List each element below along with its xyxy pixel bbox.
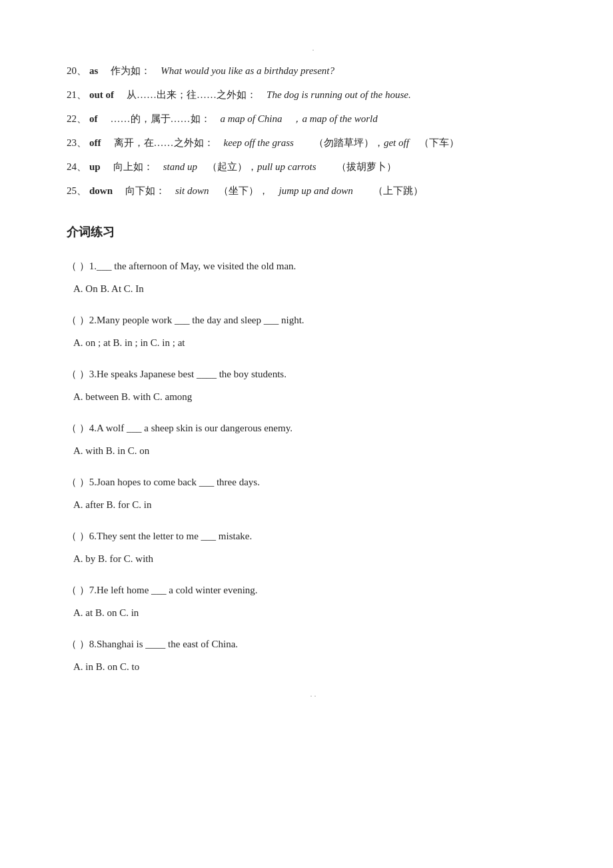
vocab-num-23: 23、: [67, 137, 87, 148]
vocab-example-21: The dog is running out of the house.: [267, 89, 411, 100]
question-block-7: （ ）7.He left home ___ a cold winter even…: [67, 581, 560, 623]
vocab-example-25a: sit down: [175, 185, 209, 196]
vocab-item-23: 23、off 离开，在……之外如： keep off the grass （勿踏…: [67, 133, 560, 153]
page-dot-bottom: · ·: [67, 689, 560, 704]
vocab-num-24: 24、: [67, 161, 87, 172]
question-block-5: （ ）5.Joan hopes to come back ___ three d…: [67, 473, 560, 515]
question-block-6: （ ）6.They sent the letter to me ___ mist…: [67, 527, 560, 569]
vocab-key-22: of: [89, 113, 98, 124]
vocab-example-20: What would you like as a birthday presen…: [161, 65, 334, 76]
question-block-1: （ ）1.___ the afternoon of May, we visite…: [67, 257, 560, 299]
vocab-item-21: 21、out of 从……出来；往……之外如： The dog is runni…: [67, 85, 560, 105]
vocab-num-25: 25、: [67, 185, 87, 196]
vocab-key-24: up: [89, 161, 101, 172]
vocab-item-22: 22、of ……的，属于……如： a map of China ，a map o…: [67, 109, 560, 129]
vocab-example-24b: pull up carrots: [257, 161, 316, 172]
vocab-example-23b: get off: [384, 137, 409, 148]
vocab-cn-20: 作为如：: [101, 65, 161, 76]
question-text-2: （ ）2.Many people work ___ the day and sl…: [67, 311, 560, 330]
vocab-num-21: 21、: [67, 89, 87, 100]
vocab-cn-23: 离开，在……之外如：: [104, 137, 224, 148]
question-options-5: A. after B. for C. in: [73, 495, 560, 515]
question-options-3: A. between B. with C. among: [73, 387, 560, 407]
question-text-6: （ ）6.They sent the letter to me ___ mist…: [67, 527, 560, 546]
vocab-example-22: a map of China ，a map of the world: [221, 113, 378, 124]
vocab-example-25b: jump up and down: [279, 185, 352, 196]
question-options-4: A. with B. in C. on: [73, 441, 560, 461]
vocab-example-24a: stand up: [163, 161, 197, 172]
question-options-1: A. On B. At C. In: [73, 279, 560, 299]
question-options-7: A. at B. on C. in: [73, 603, 560, 623]
question-block-8: （ ）8.Shanghai is ____ the east of China.…: [67, 635, 560, 677]
vocab-cn-23c: （下车）: [409, 137, 459, 148]
vocab-item-25: 25、down 向下如： sit down （坐下）， jump up and …: [67, 181, 560, 201]
vocab-cn-22: ……的，属于……如：: [101, 113, 221, 124]
vocab-cn-25: 向下如：: [115, 185, 175, 196]
question-text-1: （ ）1.___ the afternoon of May, we visite…: [67, 257, 560, 276]
vocab-item-24: 24、up 向上如： stand up （起立），pull up carrots…: [67, 157, 560, 177]
question-text-5: （ ）5.Joan hopes to come back ___ three d…: [67, 473, 560, 492]
vocab-cn-24b: （起立），: [197, 161, 257, 172]
question-options-8: A. in B. on C. to: [73, 657, 560, 677]
vocab-key-23: off: [89, 137, 101, 148]
vocab-section: 20、as 作为如： What would you like as a birt…: [67, 61, 560, 201]
vocab-key-21: out of: [89, 89, 114, 100]
question-text-7: （ ）7.He left home ___ a cold winter even…: [67, 581, 560, 600]
vocab-key-25: down: [89, 185, 113, 196]
vocab-num-20: 20、: [67, 65, 87, 76]
vocab-cn-24c: （拔胡萝卜）: [316, 161, 396, 172]
vocab-cn-23b: （勿踏草坪），: [294, 137, 384, 148]
vocab-cn-25b: （坐下），: [209, 185, 279, 196]
question-text-3: （ ）3.He speaks Japanese best ____ the bo…: [67, 365, 560, 384]
page-dot-top: ·: [67, 43, 560, 58]
vocab-example-23a: keep off the grass: [224, 137, 294, 148]
vocab-cn-21: 从……出来；往……之外如：: [117, 89, 267, 100]
question-block-3: （ ）3.He speaks Japanese best ____ the bo…: [67, 365, 560, 407]
question-text-4: （ ）4.A wolf ___ a sheep skin is our dang…: [67, 419, 560, 438]
vocab-num-22: 22、: [67, 113, 87, 124]
exercise-section: （ ）1.___ the afternoon of May, we visite…: [67, 257, 560, 677]
question-text-8: （ ）8.Shanghai is ____ the east of China.: [67, 635, 560, 654]
vocab-cn-24: 向上如：: [103, 161, 163, 172]
question-options-6: A. by B. for C. with: [73, 549, 560, 569]
question-block-2: （ ）2.Many people work ___ the day and sl…: [67, 311, 560, 353]
vocab-cn-25c: （上下跳）: [353, 185, 423, 196]
question-options-2: A. on ; at B. in ; in C. in ; at: [73, 333, 560, 353]
exercise-section-title: 介词练习: [67, 221, 560, 243]
question-block-4: （ ）4.A wolf ___ a sheep skin is our dang…: [67, 419, 560, 461]
vocab-key-20: as: [89, 65, 98, 76]
vocab-item-20: 20、as 作为如： What would you like as a birt…: [67, 61, 560, 81]
